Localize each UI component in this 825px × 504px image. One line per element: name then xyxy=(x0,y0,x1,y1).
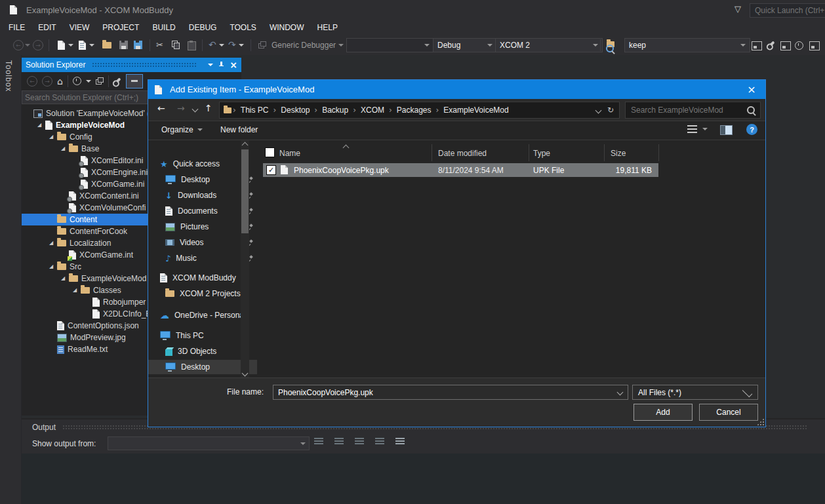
column-date-modified[interactable]: Date modified xyxy=(438,149,487,158)
details-view-icon[interactable] xyxy=(687,125,697,133)
breadcrumb-item-desktop[interactable]: Desktop xyxy=(277,106,313,115)
navigate-forward-icon[interactable]: → xyxy=(33,40,43,50)
menu-item-project[interactable]: PROJECT xyxy=(96,20,146,35)
dialog-search-input[interactable] xyxy=(626,106,747,115)
breadcrumb-item-examplevoicemod[interactable]: ExampleVoiceMod xyxy=(440,106,512,115)
organize-button[interactable]: Organize xyxy=(161,125,203,134)
file-name-dropdown-icon[interactable] xyxy=(617,389,624,396)
add-item-dropdown-icon[interactable] xyxy=(89,44,94,47)
platform-combo[interactable]: XCOM 2 xyxy=(495,38,603,52)
menu-item-window[interactable]: WINDOW xyxy=(263,20,311,35)
solution-explorer-toolbar-icon[interactable] xyxy=(752,41,762,50)
undo-icon[interactable]: ↶ xyxy=(209,40,216,49)
clear-all-output-icon[interactable] xyxy=(375,438,384,445)
view-dropdown-icon[interactable] xyxy=(702,128,708,130)
row-checkbox[interactable]: ✓ xyxy=(266,165,276,175)
extensions-icon[interactable] xyxy=(809,41,820,50)
sidebar-scrollbar[interactable] xyxy=(241,140,249,379)
breadcrumb-item-this-pc[interactable]: This PC xyxy=(237,106,272,115)
debug-target-combo[interactable] xyxy=(346,38,434,52)
menu-item-edit[interactable]: EDIT xyxy=(31,20,62,35)
menu-item-help[interactable]: HELP xyxy=(311,20,344,35)
navigate-back-dropdown-icon[interactable] xyxy=(25,44,30,47)
scrollbar-thumb[interactable] xyxy=(241,149,249,233)
window-position-dropdown-icon[interactable] xyxy=(208,64,213,66)
scroll-down-icon[interactable] xyxy=(242,370,249,377)
select-all-checkbox[interactable] xyxy=(265,147,275,157)
save-icon[interactable] xyxy=(119,41,128,49)
expander-icon[interactable]: ◢ xyxy=(37,123,45,128)
new-folder-button[interactable]: New folder xyxy=(220,125,258,134)
dialog-close-icon[interactable]: × xyxy=(738,80,765,99)
column-type[interactable]: Type xyxy=(533,149,550,158)
add-button[interactable]: Add xyxy=(634,404,693,421)
quick-launch-box[interactable] xyxy=(750,3,825,18)
redo-dropdown-icon[interactable] xyxy=(239,44,244,47)
file-name-combo[interactable] xyxy=(273,385,628,400)
preview-pane-icon[interactable] xyxy=(720,125,733,135)
menu-item-debug[interactable]: DEBUG xyxy=(182,20,224,35)
find-message-icon[interactable] xyxy=(314,438,323,445)
cut-icon[interactable]: ✂ xyxy=(156,41,163,49)
sidebar-item-xcom-modbuddy[interactable]: XCOM ModBuddy xyxy=(148,271,252,285)
column-size[interactable]: Size xyxy=(611,149,626,158)
properties-wrench-icon[interactable] xyxy=(767,41,775,48)
nav-back-icon[interactable]: ← xyxy=(157,104,165,113)
navigate-back-icon[interactable]: ← xyxy=(13,40,24,50)
se-forward-icon[interactable]: → xyxy=(42,76,52,87)
redo-icon[interactable]: ↷ xyxy=(228,40,236,49)
output-source-combo[interactable] xyxy=(108,436,310,450)
undo-dropdown-icon[interactable] xyxy=(219,44,224,47)
paste-icon[interactable] xyxy=(188,41,196,50)
expander-icon[interactable]: ◢ xyxy=(73,288,81,293)
column-name[interactable]: Name xyxy=(279,149,300,158)
solution-explorer-header[interactable]: Solution Explorer × xyxy=(22,58,241,72)
refresh-icon[interactable]: ↻ xyxy=(607,106,614,114)
performance-icon[interactable] xyxy=(795,41,803,50)
breadcrumb-item-backup[interactable]: Backup xyxy=(319,106,352,115)
expander-icon[interactable]: ◢ xyxy=(49,264,57,269)
next-message-icon[interactable] xyxy=(355,438,364,445)
address-bar[interactable]: ›This PC›Desktop›Backup›XCOM›Packages›Ex… xyxy=(219,102,620,119)
debugger-label[interactable]: Generic Debugger xyxy=(272,41,336,50)
file-row-phoenixcoopvoicepkg-upk[interactable]: ✓PhoenixCoopVoicePkg.upk8/11/2024 9:54 A… xyxy=(263,163,658,177)
sidebar-item-quick-access[interactable]: ★Quick access xyxy=(148,157,252,171)
properties-icon[interactable] xyxy=(113,77,121,85)
collapse-all-icon[interactable] xyxy=(96,77,104,85)
new-project-icon[interactable] xyxy=(58,41,65,50)
output-content[interactable] xyxy=(22,454,825,504)
debugger-dropdown-icon[interactable] xyxy=(338,44,344,47)
quick-launch-input[interactable] xyxy=(750,6,825,15)
dialog-titlebar[interactable]: Add Existing Item - ExampleVoiceMod × xyxy=(148,80,765,99)
menu-item-tools[interactable]: TOOLS xyxy=(223,20,262,35)
scroll-up-icon[interactable] xyxy=(242,142,249,149)
find-combo[interactable]: keep xyxy=(624,38,750,52)
copy-icon[interactable] xyxy=(172,41,180,49)
pending-changes-filter-icon[interactable] xyxy=(73,77,81,85)
sidebar-item-onedrive-personal[interactable]: ☁OneDrive - Personal xyxy=(148,308,252,322)
filter-dropdown-icon[interactable] xyxy=(86,80,91,83)
cancel-button[interactable]: Cancel xyxy=(699,404,758,421)
help-icon[interactable]: ? xyxy=(746,124,757,135)
save-all-icon[interactable] xyxy=(134,41,142,49)
add-item-icon[interactable] xyxy=(79,41,86,50)
dialog-search-box[interactable] xyxy=(625,102,761,119)
nav-up-icon[interactable]: ↑ xyxy=(205,104,212,113)
breadcrumb-item-packages[interactable]: Packages xyxy=(393,106,435,115)
nav-forward-icon[interactable]: → xyxy=(177,104,185,113)
file-name-input[interactable] xyxy=(273,388,618,397)
close-panel-icon[interactable]: × xyxy=(230,60,237,69)
address-dropdown-icon[interactable] xyxy=(595,107,601,113)
expander-icon[interactable]: ◢ xyxy=(61,276,69,281)
feedback-funnel-icon[interactable]: ▽ xyxy=(734,5,741,13)
home-icon[interactable]: ⌂ xyxy=(57,77,63,86)
menu-item-file[interactable]: FILE xyxy=(2,20,31,35)
solution-config-combo[interactable]: Debug xyxy=(433,38,497,52)
menu-item-view[interactable]: VIEW xyxy=(63,20,96,35)
breadcrumb-item-xcom[interactable]: XCOM xyxy=(357,106,388,115)
nav-recent-dropdown-icon[interactable] xyxy=(192,106,199,113)
menu-item-build[interactable]: BUILD xyxy=(146,20,182,35)
toolbox-toolbar-icon[interactable] xyxy=(780,41,791,50)
open-file-icon[interactable] xyxy=(102,42,111,48)
sidebar-item-this-pc[interactable]: This PC xyxy=(148,328,252,343)
